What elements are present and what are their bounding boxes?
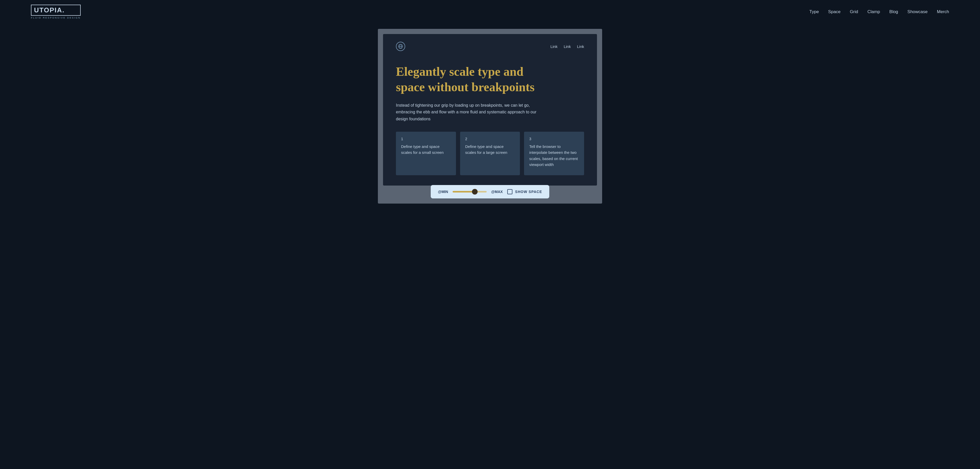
inner-nav: Link Link Link bbox=[396, 42, 584, 51]
card-2-num: 2 bbox=[465, 137, 515, 141]
show-space-checkbox[interactable] bbox=[507, 189, 512, 194]
slider-min-label: @MIN bbox=[438, 190, 448, 194]
inner-link-1[interactable]: Link bbox=[550, 45, 558, 49]
card-1-num: 1 bbox=[401, 137, 451, 141]
nav-clamp[interactable]: Clamp bbox=[867, 9, 880, 14]
slider-bar: @MIN @MAX SHOW SPACE bbox=[431, 185, 549, 199]
card-1: 1 Define type and space scales for a sma… bbox=[396, 132, 456, 175]
show-space-wrap: SHOW SPACE bbox=[507, 189, 542, 194]
nav-space[interactable]: Space bbox=[828, 9, 840, 14]
card-3-text: Tell the browser to interpolate between … bbox=[529, 143, 579, 167]
card-1-text: Define type and space scales for a small… bbox=[401, 143, 451, 156]
slider-track[interactable] bbox=[453, 191, 487, 192]
logo-title: UTOPIA. bbox=[31, 5, 81, 16]
globe-icon bbox=[396, 42, 405, 51]
slider-thumb[interactable] bbox=[472, 189, 477, 194]
logo-subtitle: FLUID RESPONSIVE DESIGN bbox=[31, 16, 81, 19]
hero-subtext: Instead of tightening our grip by loadin… bbox=[396, 102, 546, 122]
card-2-text: Define type and space scales for a large… bbox=[465, 143, 515, 156]
card-3-num: 3 bbox=[529, 137, 579, 141]
card-2: 2 Define type and space scales for a lar… bbox=[460, 132, 520, 175]
nav-showcase[interactable]: Showcase bbox=[907, 9, 928, 14]
main-content: Link Link Link Elegantly scale type and … bbox=[0, 24, 980, 469]
showcase-outer: Link Link Link Elegantly scale type and … bbox=[378, 29, 602, 203]
nav-blog[interactable]: Blog bbox=[889, 9, 898, 14]
nav-grid[interactable]: Grid bbox=[850, 9, 858, 14]
main-nav: Type Space Grid Clamp Blog Showcase Merc… bbox=[809, 9, 949, 14]
hero-heading: Elegantly scale type and space without b… bbox=[396, 64, 546, 95]
slider-max-label: @MAX bbox=[491, 190, 503, 194]
inner-links: Link Link Link bbox=[550, 45, 584, 49]
site-header: UTOPIA. FLUID RESPONSIVE DESIGN Type Spa… bbox=[0, 0, 980, 24]
cards-row: 1 Define type and space scales for a sma… bbox=[396, 132, 584, 175]
nav-merch[interactable]: Merch bbox=[937, 9, 949, 14]
logo: UTOPIA. FLUID RESPONSIVE DESIGN bbox=[31, 5, 81, 19]
showcase-inner: Link Link Link Elegantly scale type and … bbox=[383, 34, 597, 186]
card-3: 3 Tell the browser to interpolate betwee… bbox=[524, 132, 584, 175]
inner-link-3[interactable]: Link bbox=[577, 45, 584, 49]
inner-link-2[interactable]: Link bbox=[564, 45, 571, 49]
show-space-label: SHOW SPACE bbox=[515, 190, 542, 194]
nav-type[interactable]: Type bbox=[809, 9, 819, 14]
